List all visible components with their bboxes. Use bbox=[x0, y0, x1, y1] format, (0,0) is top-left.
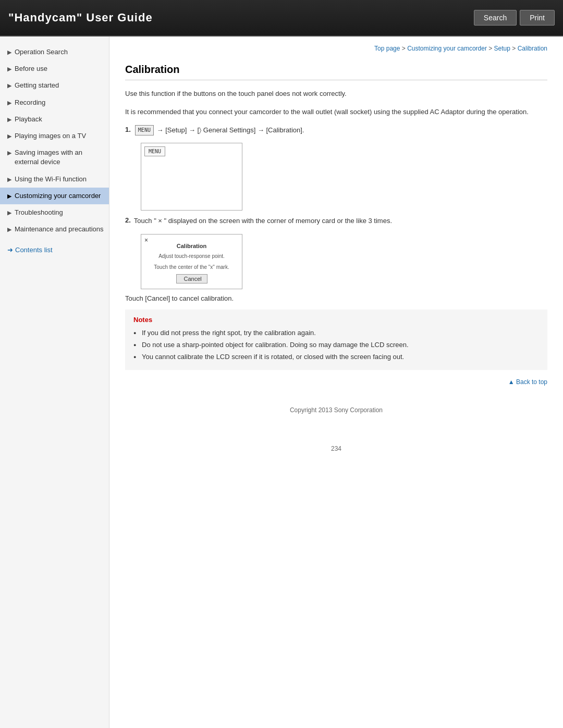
menu-button-mockup: MENU bbox=[144, 146, 165, 156]
main-content: Top page > Customizing your camcorder > … bbox=[109, 36, 563, 728]
menu-button-image: MENU bbox=[135, 125, 154, 135]
notes-title: Notes bbox=[133, 316, 539, 324]
sidebar-item-wifi[interactable]: ▶ Using the Wi-Fi function bbox=[0, 171, 109, 188]
step-1-text: → [Setup] → [〉 General Settings] → [Cali… bbox=[157, 126, 304, 134]
sidebar-item-operation-search[interactable]: ▶ Operation Search bbox=[0, 44, 109, 60]
sidebar-item-troubleshooting[interactable]: ▶ Troubleshooting bbox=[0, 204, 109, 221]
sidebar-label: Troubleshooting bbox=[15, 208, 63, 217]
note-item-2: Do not use a sharp-pointed object for ca… bbox=[133, 340, 539, 351]
arrow-icon: ▶ bbox=[7, 132, 11, 140]
step-2-text: Touch " × " displayed on the screen with… bbox=[134, 216, 392, 227]
sidebar-item-playback[interactable]: ▶ Playback bbox=[0, 111, 109, 128]
print-button[interactable]: Print bbox=[520, 10, 555, 26]
note-item-3: You cannot calibrate the LCD screen if i… bbox=[133, 352, 539, 363]
sidebar-label: Playing images on a TV bbox=[15, 131, 86, 141]
sidebar-label: Using the Wi-Fi function bbox=[15, 175, 87, 184]
step-1-number: 1. bbox=[125, 126, 131, 133]
intro-text-1: Use this function if the buttons on the … bbox=[125, 89, 547, 100]
arrow-icon: ▶ bbox=[7, 192, 11, 200]
arrow-icon: ▶ bbox=[7, 82, 11, 90]
contents-link-label: Contents list bbox=[15, 246, 53, 254]
arrow-icon: ▶ bbox=[7, 65, 11, 73]
footer-copyright: Copyright 2013 Sony Corporation bbox=[125, 406, 547, 429]
page-header: "Handycam" User Guide Search Print bbox=[0, 0, 563, 36]
calibration-dialog-mock: × Calibration Adjust touch-response poin… bbox=[141, 234, 242, 289]
dialog-text-2: Touch the center of the "x" mark. bbox=[146, 263, 237, 271]
sidebar-item-playing-images-tv[interactable]: ▶ Playing images on a TV bbox=[0, 128, 109, 144]
app-title: "Handycam" User Guide bbox=[8, 11, 153, 24]
sidebar-item-customizing[interactable]: ▶ Customizing your camcorder bbox=[0, 188, 109, 204]
sidebar-label: Maintenance and precautions bbox=[15, 225, 104, 234]
arrow-icon: ▶ bbox=[7, 48, 11, 56]
step-2-number: 2. bbox=[125, 216, 131, 224]
intro-text-2: It is recommended that you connect your … bbox=[125, 107, 547, 118]
note-item-1: If you did not press the right spot, try… bbox=[133, 328, 539, 339]
arrow-icon: ▶ bbox=[7, 209, 11, 217]
breadcrumb: Top page > Customizing your camcorder > … bbox=[125, 45, 547, 54]
breadcrumb-sep1: > bbox=[402, 45, 407, 52]
sidebar: ▶ Operation Search ▶ Before use ▶ Gettin… bbox=[0, 36, 109, 728]
back-to-top-link[interactable]: ▲ Back to top bbox=[125, 378, 547, 386]
arrow-icon: ▶ bbox=[7, 149, 11, 157]
arrow-icon: ▶ bbox=[7, 176, 11, 183]
sidebar-item-getting-started[interactable]: ▶ Getting started bbox=[0, 77, 109, 94]
search-button[interactable]: Search bbox=[474, 10, 517, 26]
contents-list-link[interactable]: ➜ Contents list bbox=[0, 241, 109, 259]
sidebar-label: Customizing your camcorder bbox=[15, 191, 101, 201]
dialog-cancel-button[interactable]: Cancel bbox=[176, 274, 207, 283]
step-2: 2. Touch " × " displayed on the screen w… bbox=[125, 216, 547, 227]
breadcrumb-sep3: > bbox=[512, 45, 517, 52]
touch-cancel-text: Touch [Cancel] to cancel calibration. bbox=[125, 294, 547, 302]
main-layout: ▶ Operation Search ▶ Before use ▶ Gettin… bbox=[0, 36, 563, 728]
breadcrumb-setup[interactable]: Setup bbox=[494, 45, 510, 52]
dialog-title: Calibration bbox=[146, 243, 237, 249]
notes-box: Notes If you did not press the right spo… bbox=[125, 310, 547, 369]
sidebar-item-before-use[interactable]: ▶ Before use bbox=[0, 60, 109, 77]
step-1-content: MENU → [Setup] → [〉 General Settings] → … bbox=[134, 125, 304, 136]
arrow-icon: ▶ bbox=[7, 226, 11, 233]
page-number: 234 bbox=[125, 445, 547, 461]
header-actions: Search Print bbox=[474, 10, 555, 26]
close-x-icon: × bbox=[144, 237, 148, 244]
step-1: 1. MENU → [Setup] → [〉 General Settings]… bbox=[125, 125, 547, 136]
sidebar-label: Playback bbox=[15, 115, 42, 124]
breadcrumb-top[interactable]: Top page bbox=[374, 45, 400, 52]
sidebar-label: Before use bbox=[15, 64, 47, 73]
dialog-text-1: Adjust touch-response point. bbox=[146, 252, 237, 260]
sidebar-item-recording[interactable]: ▶ Recording bbox=[0, 94, 109, 111]
arrow-icon: ▶ bbox=[7, 116, 11, 124]
sidebar-item-saving-images[interactable]: ▶ Saving images with an external device bbox=[0, 144, 109, 170]
breadcrumb-customizing[interactable]: Customizing your camcorder bbox=[407, 45, 487, 52]
page-title: Calibration bbox=[125, 64, 547, 80]
sidebar-label: Saving images with an external device bbox=[15, 148, 104, 167]
sidebar-item-maintenance[interactable]: ▶ Maintenance and precautions bbox=[0, 221, 109, 238]
sidebar-label: Operation Search bbox=[15, 47, 68, 57]
breadcrumb-sep2: > bbox=[488, 45, 494, 52]
sidebar-label: Getting started bbox=[15, 81, 59, 90]
notes-list: If you did not press the right spot, try… bbox=[133, 328, 539, 362]
screen-mock-1: MENU bbox=[141, 143, 242, 211]
right-arrow-icon: ➜ bbox=[7, 246, 13, 254]
sidebar-label: Recording bbox=[15, 98, 45, 107]
arrow-icon: ▶ bbox=[7, 99, 11, 107]
breadcrumb-current: Calibration bbox=[518, 45, 547, 52]
